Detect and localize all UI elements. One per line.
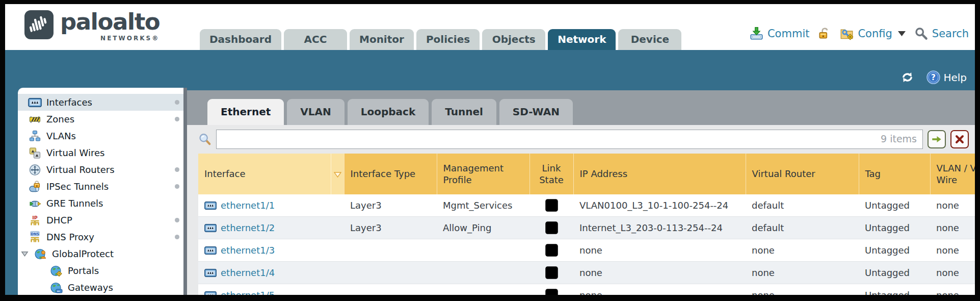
column-header-ip-address[interactable]: IP Address [573,154,746,194]
ethernet-port-icon [204,246,217,255]
sidebar-scrollbar[interactable] [183,88,187,295]
sort-indicator[interactable] [331,154,344,194]
interface-link[interactable]: ethernet1/5 [221,290,275,295]
sidebar-item-label: Virtual Routers [46,164,115,175]
tab-sdwan[interactable]: SD-WAN [499,99,573,125]
table-row[interactable]: ethernet1/4 none none Untagged none [198,262,975,284]
sidebar-item-vlans[interactable]: VLANs [18,128,183,144]
main-nav: Dashboard ACC Monitor Policies Objects N… [200,29,681,50]
sidebar-item-label: VLANs [46,131,76,141]
interface-cell: ethernet1/2 [198,217,344,239]
brand-sub: NETWORKS® [60,35,160,42]
sidebar-item-gateways[interactable]: Gateways [18,279,183,295]
item-dot [175,235,179,239]
table-row[interactable]: ethernet1/5 none none Untagged none [198,284,975,295]
nav-tab-device[interactable]: Device [618,29,681,50]
table-row[interactable]: ethernet1/2 Layer3 Allow_Ping Internet_L… [198,217,975,239]
filter-input[interactable] [216,130,923,149]
ethernet-port-icon [28,96,42,109]
config-menu[interactable]: Config [840,27,905,40]
interface-type-cell: Layer3 [344,217,437,239]
sidebar-item-label: Interfaces [46,97,92,108]
ipsec-tunnels-icon [28,181,42,193]
sidebar-item-gre-tunnels[interactable]: GRE Tunnels [18,195,183,212]
column-header-interface[interactable]: Interface [198,154,331,194]
tag-cell: Untagged [859,284,930,295]
nav-tab-monitor[interactable]: Monitor [350,29,414,50]
table-row[interactable]: ethernet1/1 Layer3 Mgmt_Services VLAN010… [198,194,975,217]
interface-link[interactable]: ethernet1/3 [221,245,275,256]
nav-tab-network[interactable]: Network [548,29,616,50]
table-row[interactable]: ethernet1/3 none none Untagged none [198,239,975,262]
search-button[interactable]: Search [914,27,969,40]
virtual-router-cell: default [746,217,859,239]
tag-cell: Untagged [859,262,930,284]
interface-link[interactable]: ethernet1/1 [221,200,275,211]
gre-tunnels-icon [28,197,42,210]
item-count: 9 items [881,133,917,144]
portals-icon [49,265,63,277]
column-header-management-profile[interactable]: Management Profile [437,154,529,194]
tab-vlan[interactable]: VLAN [287,99,344,125]
sidebar-item-portals[interactable]: Portals [18,262,183,279]
sidebar-item-label: GRE Tunnels [46,198,103,209]
sidebar-item-label: DNS Proxy [46,232,94,242]
sidebar-item-globalprotect[interactable]: GlobalProtect [18,245,183,262]
interface-cell: ethernet1/5 [198,284,344,295]
search-icon [914,27,928,40]
sidebar-item-virtual-routers[interactable]: Virtual Routers [18,161,183,178]
commit-button[interactable]: Commit [750,27,810,40]
nav-tab-policies[interactable]: Policies [416,29,480,50]
column-header-link-state[interactable]: Link State [529,154,573,194]
sidebar-item-ipsec-tunnels[interactable]: IPSec Tunnels [18,178,183,195]
sidebar-item-interfaces[interactable]: Interfaces [18,94,183,111]
sidebar-item-dhcp[interactable]: DHCP [18,212,183,229]
commit-label: Commit [767,28,810,40]
column-header-interface-type[interactable]: Interface Type [344,154,437,194]
commit-icon [750,27,763,40]
interface-link[interactable]: ethernet1/2 [221,222,275,233]
clear-x-icon [954,134,965,145]
network-sidebar: Interfaces Zones VLANs Virtual Wires Vir… [18,88,183,295]
link-state-down-icon [545,288,559,295]
tab-loopback[interactable]: Loopback [348,99,429,125]
refresh-icon[interactable] [900,70,914,84]
column-header-virtual-router[interactable]: Virtual Router [746,154,859,194]
interface-cell: ethernet1/4 [198,262,344,284]
link-state-cell [529,284,573,295]
expand-triangle-icon[interactable] [20,250,29,258]
link-state-down-icon [545,266,559,280]
item-dot [175,184,179,189]
ethernet-port-icon [204,269,217,277]
sidebar-item-dns-proxy[interactable]: DNS Proxy [18,229,183,245]
column-header-tag[interactable]: Tag [859,154,930,194]
chevron-down-icon [898,31,906,36]
sidebar-item-label: Gateways [68,282,113,293]
ip-address-cell: none [573,239,746,262]
link-state-cell [529,217,573,239]
mgmt-profile-cell: Allow_Ping [437,217,529,239]
mgmt-profile-cell [437,262,529,284]
nav-tab-dashboard[interactable]: Dashboard [200,29,281,50]
help-button[interactable]: Help [926,70,967,84]
filter-input-wrap: 9 items [216,130,923,149]
clear-filter-button[interactable] [950,130,969,148]
virtual-router-cell: none [746,239,859,262]
sidebar-item-virtual-wires[interactable]: Virtual Wires [18,144,183,161]
sidebar-item-label: Zones [46,114,74,124]
nav-tab-objects[interactable]: Objects [482,29,545,50]
lock-icon[interactable] [818,27,831,40]
interface-type-cell [344,284,437,295]
sidebar-item-zones[interactable]: Zones [18,111,183,128]
tab-tunnel[interactable]: Tunnel [432,99,496,125]
interface-link[interactable]: ethernet1/4 [221,267,275,278]
apply-filter-button[interactable] [928,130,946,148]
arrow-right-icon [931,134,942,145]
tab-ethernet[interactable]: Ethernet [207,99,284,125]
screenshot-frame: paloalto NETWORKS® Dashboard ACC Monitor… [0,0,980,301]
nav-tab-acc[interactable]: ACC [284,29,347,50]
config-icon [840,27,854,40]
filter-search-icon[interactable] [198,133,211,146]
sidebar-item-label: IPSec Tunnels [46,181,109,192]
column-header-vlan-wire[interactable]: VLAN / Virtual-Wire [930,154,975,194]
